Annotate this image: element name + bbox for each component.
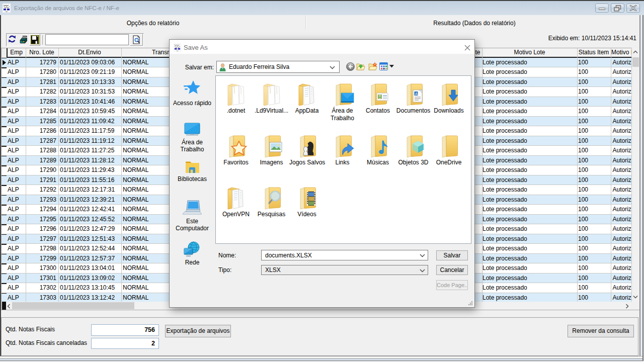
svg-text:A: A [415,92,418,96]
